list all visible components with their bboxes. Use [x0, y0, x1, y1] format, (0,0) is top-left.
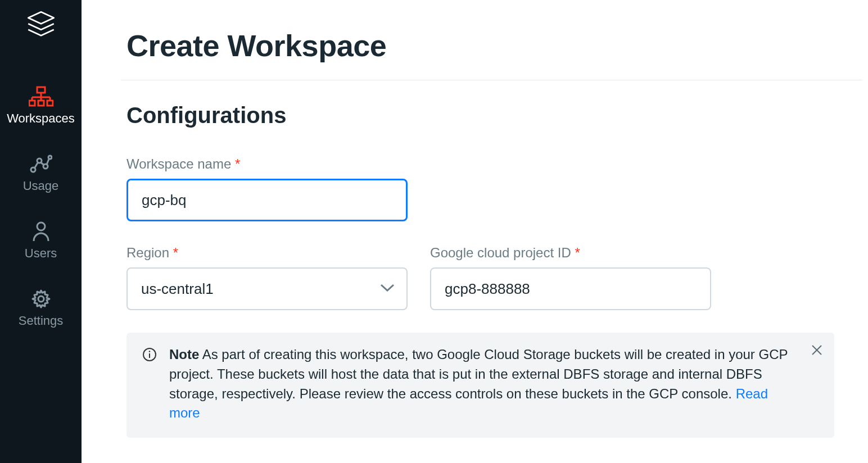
project-id-input[interactable]: [430, 267, 711, 310]
svg-point-16: [37, 223, 45, 230]
svg-line-15: [47, 159, 49, 165]
note-close-button[interactable]: [811, 344, 823, 358]
databricks-logo: [24, 8, 58, 42]
svg-line-14: [40, 162, 44, 165]
users-icon: [31, 220, 51, 243]
region-label: Region *: [126, 245, 408, 261]
section-title: Configurations: [126, 103, 834, 128]
svg-rect-0: [37, 87, 45, 93]
main-content: Create Workspace Configurations Workspac…: [82, 0, 868, 463]
region-field: Region * us-central1: [126, 245, 408, 310]
workspace-name-input[interactable]: [126, 179, 408, 221]
svg-point-9: [31, 167, 35, 172]
svg-line-13: [34, 162, 38, 168]
note-body: As part of creating this workspace, two …: [169, 347, 788, 401]
sidebar-item-label: Usage: [23, 179, 59, 193]
svg-rect-6: [29, 101, 35, 106]
gear-icon: [31, 288, 51, 310]
required-asterisk: *: [575, 245, 580, 260]
svg-point-20: [149, 351, 151, 352]
project-id-field: Google cloud project ID *: [430, 245, 711, 310]
region-select[interactable]: us-central1: [126, 267, 408, 310]
workspace-name-label: Workspace name *: [126, 156, 408, 172]
note-text: Note As part of creating this workspace,…: [169, 345, 795, 423]
page-title: Create Workspace: [126, 28, 834, 63]
sidebar-item-label: Users: [25, 246, 57, 261]
usage-icon: [30, 153, 52, 175]
sidebar: Workspaces Usage Users: [0, 0, 82, 463]
sidebar-item-label: Settings: [19, 314, 64, 328]
required-asterisk: *: [173, 245, 178, 260]
svg-rect-7: [38, 101, 44, 106]
sidebar-item-settings[interactable]: Settings: [0, 278, 82, 345]
sidebar-item-label: Workspaces: [7, 111, 75, 126]
sidebar-item-users[interactable]: Users: [0, 210, 82, 278]
info-note: Note As part of creating this workspace,…: [126, 333, 834, 438]
divider: [121, 80, 862, 80]
svg-rect-8: [47, 101, 53, 106]
sidebar-item-workspaces[interactable]: Workspaces: [0, 75, 82, 143]
required-asterisk: *: [235, 156, 240, 171]
info-icon: [142, 347, 157, 423]
region-selected-value: us-central1: [141, 280, 214, 298]
sidebar-item-usage[interactable]: Usage: [0, 143, 82, 210]
project-id-label: Google cloud project ID *: [430, 245, 711, 261]
workspace-name-field: Workspace name *: [126, 156, 408, 221]
workspaces-icon: [29, 85, 53, 108]
svg-point-12: [48, 156, 52, 159]
chevron-down-icon: [379, 283, 395, 295]
svg-point-17: [38, 296, 44, 302]
note-prefix: Note: [169, 347, 199, 362]
